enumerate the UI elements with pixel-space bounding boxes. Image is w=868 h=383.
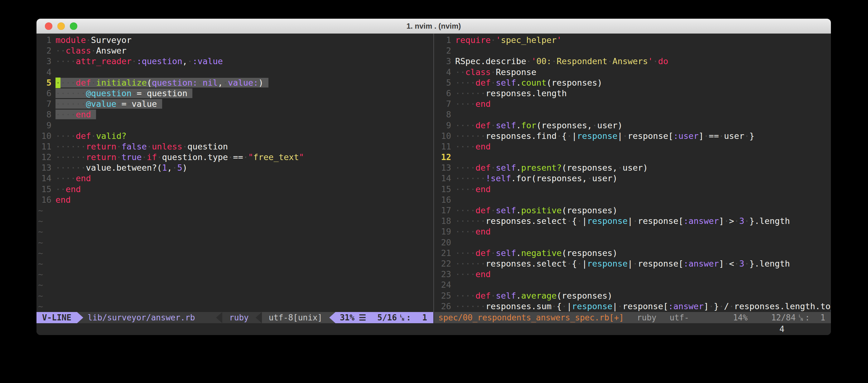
code-line[interactable]: 4 [36, 67, 433, 77]
empty-buffer-line: ~ [36, 237, 433, 248]
title-bar[interactable]: 1. nvim . (nvim) [36, 19, 831, 34]
empty-buffer-line: ~ [36, 290, 433, 301]
line-number: 6 [36, 88, 56, 99]
code-line[interactable]: 8 [434, 109, 831, 120]
encoding-indicator: utf-8[unix] [262, 312, 329, 323]
position-segment: 12/84 LN : 1 [771, 312, 825, 323]
code-line[interactable]: 23····end [434, 269, 831, 280]
line-number: 22 [434, 258, 455, 269]
code-line[interactable]: 16 [434, 195, 831, 205]
editor-pane-left[interactable]: 1module·Surveyor2··class·Answer3····attr… [36, 34, 433, 312]
line-number: 19 [434, 227, 455, 237]
code-line[interactable]: 11······return·false·unless·question [36, 141, 433, 152]
line-number: 4 [36, 67, 56, 77]
line-number: 8 [36, 109, 56, 120]
code-line[interactable]: 25····def·self.average(responses) [434, 290, 831, 301]
code-line[interactable]: 14····end [36, 173, 433, 184]
line-number: 18 [434, 216, 455, 227]
empty-buffer-line: ~ [36, 227, 433, 237]
code-line[interactable]: 10······responses.find·{·|response|·resp… [434, 131, 831, 141]
line-number: 6 [434, 88, 455, 99]
code-line[interactable]: 21····def·self.negative(responses) [434, 248, 831, 258]
pending-command-count: 4 [779, 324, 784, 335]
empty-buffer-line: ~ [36, 258, 433, 269]
code-line[interactable]: 19····end [434, 227, 831, 237]
code-line[interactable]: 4··class·Response [434, 67, 831, 77]
line-number-icon: LN [400, 314, 404, 321]
code-line[interactable]: 22······responses.select·{·|response|·re… [434, 258, 831, 269]
line-number: 7 [434, 99, 455, 109]
code-line[interactable]: 14······!self.for(responses,·user) [434, 173, 831, 184]
line-number: 8 [434, 109, 455, 120]
code-line[interactable]: 18······responses.select·{·|response|·re… [434, 216, 831, 227]
code-line[interactable]: 13····def·self.present?(responses,·user) [434, 163, 831, 173]
terminal-window: 1. nvim . (nvim) 1module·Surveyor2··clas… [36, 19, 831, 335]
code-line[interactable]: 20 [434, 237, 831, 248]
line-number: 16 [36, 195, 56, 205]
line-number: 15 [434, 184, 455, 195]
zoom-button[interactable] [70, 23, 77, 30]
code-line[interactable]: 16end [36, 195, 433, 205]
line-number: 20 [434, 237, 455, 248]
column-position: 1 [422, 312, 427, 323]
line-number: 5 [434, 77, 455, 88]
code-line[interactable]: 2··class·Answer [36, 45, 433, 56]
code-line[interactable]: 3RSpec.describe·'00:·Respondent·Answers'… [434, 56, 831, 67]
powerline-notch-icon [256, 312, 262, 323]
code-line[interactable]: 1module·Surveyor [36, 35, 433, 45]
code-line[interactable]: 17····def·self.positive(responses) [434, 205, 831, 216]
command-line[interactable]: 4 [36, 323, 831, 335]
code-line[interactable]: 6······responses.length [434, 88, 831, 99]
visual-selection: ······@question·=·question [56, 89, 192, 98]
code-line[interactable]: 2 [434, 45, 831, 56]
line-number: 12 [36, 152, 56, 163]
code-line[interactable]: 10····def·valid? [36, 131, 433, 141]
code-line[interactable]: 1require·'spec_helper' [434, 35, 831, 45]
mode-indicator: V-LINE [36, 312, 77, 323]
code-line[interactable]: 11····end [434, 141, 831, 152]
inactive-filename: spec/00_respondents_answers_spec.rb[+] [434, 312, 624, 323]
trigram-icon: ☰ [359, 312, 366, 323]
code-line[interactable]: 24 [434, 280, 831, 290]
line-number: 17 [434, 205, 455, 216]
empty-buffer-line: ~ [36, 248, 433, 258]
empty-buffer-line: ~ [36, 216, 433, 227]
line-number: 15 [36, 184, 56, 195]
empty-buffer-line: ~ [36, 205, 433, 216]
powerline-notch-icon [216, 312, 222, 323]
code-line[interactable]: 26······responses.sum·{·|response|·respo… [434, 301, 831, 312]
code-line[interactable]: 13······value.between?(1,·5) [36, 163, 433, 173]
code-line[interactable]: 15··end [36, 184, 433, 195]
code-line[interactable]: 7····end [434, 99, 831, 109]
encoding-indicator: utf-8[unix] [670, 312, 720, 323]
line-number: 4 [434, 67, 455, 77]
line-number: 25 [434, 290, 455, 301]
powerline-notch-icon [329, 312, 336, 323]
code-line[interactable]: 8····end [36, 109, 433, 120]
close-button[interactable] [45, 23, 52, 30]
editor-pane-right[interactable]: 1require·'spec_helper'23RSpec.describe·'… [434, 34, 831, 312]
code-line[interactable]: 5····def·self.count(responses) [434, 77, 831, 88]
line-number: 12 [434, 152, 455, 163]
code-line[interactable]: 12 [434, 152, 831, 163]
code-line[interactable]: 15····end [434, 184, 831, 195]
code-line[interactable]: 3····attr_reader·:question,·:value [36, 56, 433, 67]
code-line[interactable]: 7······@value·=·value [36, 99, 433, 109]
line-number: 11 [36, 141, 56, 152]
line-number: 21 [434, 248, 455, 258]
scroll-percent: 14% ☰ [733, 312, 758, 323]
statusline-active: V-LINE lib/surveyor/answer.rb ruby utf-8… [36, 312, 433, 323]
line-number: 2 [36, 45, 56, 56]
traffic-lights [45, 23, 77, 30]
code-line[interactable]: 12······return·true·if·question.type·==·… [36, 152, 433, 163]
line-number: 16 [434, 195, 455, 205]
line-number: 10 [36, 131, 56, 141]
line-number: 24 [434, 280, 455, 290]
minimize-button[interactable] [57, 23, 65, 30]
code-line[interactable]: 9····def·self.for(responses,·user) [434, 120, 831, 131]
column-position: 1 [820, 312, 825, 323]
code-line[interactable]: 9 [36, 120, 433, 131]
code-line[interactable]: 6······@question·=·question [36, 88, 433, 99]
code-line[interactable]: 5····def·initialize(question:·nil,·value… [36, 77, 433, 88]
line-number: 5 [36, 77, 56, 88]
